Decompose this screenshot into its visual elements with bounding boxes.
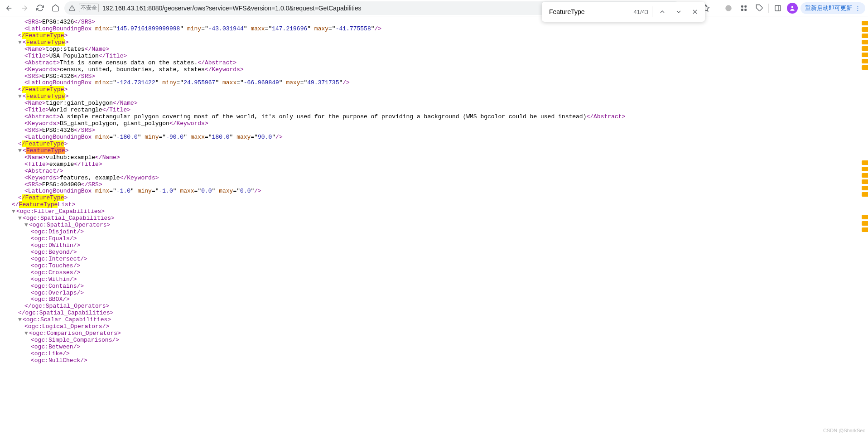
account-circle-icon[interactable] [722,2,735,14]
xml-line: <LatLongBoundingBox minx="-180.0" miny="… [2,134,866,141]
svg-rect-6 [775,5,781,11]
find-match-markers [862,21,868,234]
extensions-icon[interactable] [753,2,766,14]
apps-icon[interactable] [738,2,750,14]
xml-line: ▼<FeatureType> [2,148,866,155]
find-in-page-bar: 41/43 [542,2,705,22]
xml-line: <Name>tiger:giant_polygon</Name> [2,100,866,107]
xml-line: <ogc:Intersect/> [2,256,866,263]
xml-line: <ogc:NullCheck/> [2,358,866,364]
xml-line: <Abstract>A simple rectangular polygon c… [2,114,866,121]
xml-line: <Keywords>census, united, boundaries, st… [2,67,866,73]
collapse-toggle[interactable]: ▼ [12,208,16,215]
toolbar-separator [768,4,769,13]
collapse-toggle[interactable]: ▼ [18,39,23,46]
xml-line: <ogc:Crosses/> [2,270,866,276]
url-text: 192.168.43.161:8080/geoserver/ows?servic… [102,5,362,12]
xml-line: <ogc:Simple_Comparisons/> [2,337,866,344]
xml-line: <LatLongBoundingBox minx="145.9716189999… [2,26,866,33]
svg-point-1 [726,5,732,11]
xml-line: ▼<ogc:Filter_Capabilities> [2,208,866,215]
profile-avatar[interactable] [787,3,798,14]
xml-line: <Name>topp:states</Name> [2,46,866,53]
xml-line: <ogc:Overlaps/> [2,290,866,297]
xml-line: <Keywords>DS_giant_polygon, giant_polygo… [2,121,866,127]
kebab-icon: ⋮ [853,5,861,11]
xml-line: <ogc:BBOX/> [2,296,866,303]
collapse-toggle[interactable]: ▼ [18,215,23,222]
xml-line: </FeatureType> [2,195,866,202]
xml-line: ▼<ogc:Spatial_Capabilities> [2,215,866,222]
xml-line: <Title>example</Title> [2,161,866,168]
back-button[interactable] [3,2,15,14]
xml-line: <Title>World rectangle</Title> [2,107,866,114]
xml-line: <Abstract/> [2,168,866,175]
xml-line: <LatLongBoundingBox minx="-1.0" miny="-1… [2,188,866,195]
xml-line: <ogc:DWithin/> [2,242,866,249]
svg-rect-2 [741,5,743,8]
reload-button[interactable] [34,2,46,14]
security-badge: 不安全 [79,4,99,12]
xml-line: <Abstract>This is some census data on th… [2,60,866,67]
xml-line: </ogc:Spatial_Operators> [2,303,866,310]
xml-line: ▼<ogc:Spatial_Operators> [2,222,866,229]
svg-rect-3 [745,5,747,8]
xml-line: <ogc:Logical_Operators/> [2,324,866,330]
xml-line: <ogc:Within/> [2,276,866,283]
collapse-toggle[interactable]: ▼ [18,93,23,100]
xml-line: <SRS>EPSG:4326</SRS> [2,19,866,26]
xml-line: <ogc:Between/> [2,344,866,351]
xml-line: ▼<FeatureType> [2,39,866,46]
update-button[interactable]: 重新启动即可更新 ⋮ [800,2,865,14]
xml-line: <ogc:Equals/> [2,236,866,242]
collapse-toggle[interactable]: ▼ [18,317,23,324]
find-count: 41/43 [633,9,648,15]
side-panel-icon[interactable] [772,2,784,14]
home-button[interactable] [49,2,62,14]
find-prev-button[interactable] [656,5,669,18]
find-separator [652,6,652,17]
xml-line: <Keywords>features, example</Keywords> [2,175,866,182]
xml-line: </FeatureTypeList> [2,202,866,208]
xml-line: <ogc:Disjoint/> [2,229,866,236]
xml-line: <Name>vulhub:example</Name> [2,155,866,161]
xml-line: <ogc:Touches/> [2,263,866,270]
xml-line: </FeatureType> [2,87,866,93]
forward-button[interactable] [18,2,31,14]
xml-line: <SRS>EPSG:4326</SRS> [2,73,866,80]
svg-rect-4 [741,9,743,11]
xml-line: <LatLongBoundingBox minx="-124.731422" m… [2,80,866,87]
collapse-toggle[interactable]: ▼ [24,222,29,229]
xml-line: <ogc:Like/> [2,351,866,358]
xml-line: <SRS>EPSG:404000</SRS> [2,182,866,188]
xml-line: <ogc:Beyond/> [2,249,866,256]
find-input[interactable] [548,8,630,16]
xml-line: </ogc:Spatial_Capabilities> [2,310,866,317]
xml-line: </FeatureType> [2,141,866,148]
xml-line: ▼<FeatureType> [2,93,866,100]
find-close-button[interactable] [689,5,701,18]
collapse-toggle[interactable]: ▼ [18,148,23,155]
xml-line: <ogc:Contains/> [2,283,866,290]
collapse-toggle[interactable]: ▼ [24,330,29,337]
xml-line: ▼<ogc:Comparison_Operators> [2,330,866,337]
xml-line: ▼<ogc:Scalar_Capabilities> [2,317,866,324]
xml-line: <SRS>EPSG:4326</SRS> [2,127,866,134]
xml-viewer: <SRS>EPSG:4326</SRS> <LatLongBoundingBox… [0,16,868,373]
browser-toolbar: 不安全 192.168.43.161:8080/geoserver/ows?se… [0,0,868,16]
xml-line: </FeatureType> [2,33,866,39]
svg-rect-5 [745,9,747,11]
find-next-button[interactable] [672,5,685,18]
xml-line: <Title>USA Population</Title> [2,53,866,60]
svg-point-8 [791,6,794,8]
